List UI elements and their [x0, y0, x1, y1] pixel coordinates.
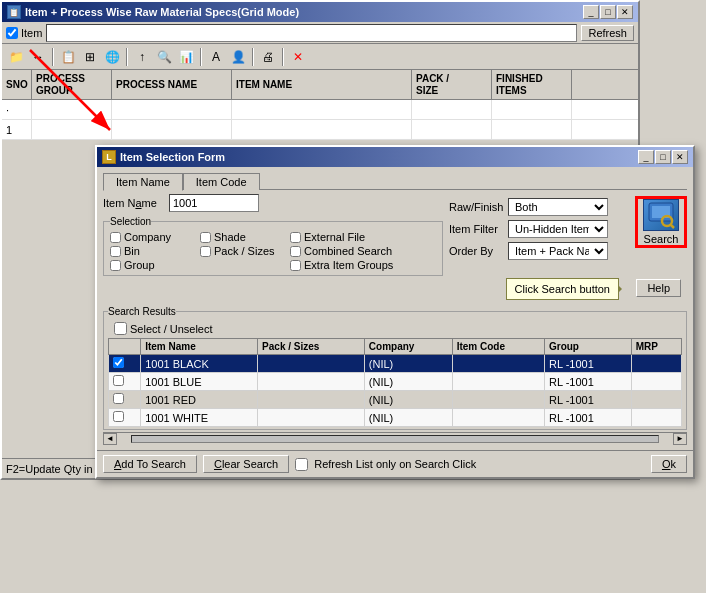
row-4-group: RL -1001 [544, 409, 631, 427]
pack-sizes-checkbox[interactable] [200, 246, 211, 257]
cell-sno-1: 1 [2, 120, 32, 139]
toolbar-sep-1 [52, 48, 54, 66]
col-header-company: Company [364, 339, 452, 355]
table-row[interactable]: 1001 RED (NIL) RL -1001 [109, 391, 682, 409]
maximize-button[interactable]: □ [600, 5, 616, 19]
row-2-mrp [631, 373, 681, 391]
refresh-list-checkbox[interactable] [295, 458, 308, 471]
toolbar-sep-5 [282, 48, 284, 66]
toolbar-new-btn[interactable]: 📁 [6, 47, 26, 67]
main-toolbar: 📁 ↔ 📋 ⊞ 🌐 ↑ 🔍 📊 A 👤 🖨 ✕ [2, 44, 638, 70]
item-checkbox[interactable] [6, 27, 18, 39]
scroll-right-btn[interactable]: ► [673, 433, 687, 445]
dialog-title-icon [102, 150, 116, 164]
item-checkbox-label: Item [21, 27, 42, 39]
dialog-minimize-btn[interactable]: _ [638, 150, 654, 164]
ok-button[interactable]: Ok [651, 455, 687, 473]
row-4-code [452, 409, 544, 427]
table-row: 1 [2, 120, 638, 140]
selection-col-1: Company Bin Group [110, 231, 190, 271]
scroll-left-btn[interactable]: ◄ [103, 433, 117, 445]
scroll-track[interactable] [131, 435, 659, 443]
toolbar-chart-btn[interactable]: 📊 [176, 47, 196, 67]
refresh-list-label: Refresh List only on Search Click [314, 458, 476, 470]
row-2-pack [258, 373, 365, 391]
bin-checkbox[interactable] [110, 246, 121, 257]
add-to-search-button[interactable]: Add To Search [103, 455, 197, 473]
extra-item-groups-checkbox[interactable] [290, 260, 301, 271]
row-2-group: RL -1001 [544, 373, 631, 391]
toolbar-up-btn[interactable]: ↑ [132, 47, 152, 67]
selection-col-3: External File Combined Search Extra Item… [290, 231, 393, 271]
toolbar-delete-btn[interactable]: ✕ [288, 47, 308, 67]
table-row[interactable]: 1001 BLUE (NIL) RL -1001 [109, 373, 682, 391]
toolbar-grid-btn[interactable]: ⊞ [80, 47, 100, 67]
item-selection-dialog: Item Selection Form _ □ ✕ Item Name Item… [95, 145, 695, 479]
main-window-title: Item + Process Wise Raw Material Specs(G… [25, 6, 299, 18]
row-4-mrp [631, 409, 681, 427]
search-button[interactable]: Search [635, 196, 687, 248]
toolbar-copy-btn[interactable]: 📋 [58, 47, 78, 67]
minimize-button[interactable]: _ [583, 5, 599, 19]
shade-checkbox[interactable] [200, 232, 211, 243]
row-3-code [452, 391, 544, 409]
table-row[interactable]: 1001 WHITE (NIL) RL -1001 [109, 409, 682, 427]
external-file-checkbox[interactable] [290, 232, 301, 243]
main-search-input[interactable] [46, 24, 577, 42]
col-process-name: PROCESS NAME [112, 70, 232, 99]
combined-search-checkbox[interactable] [290, 246, 301, 257]
cell-fi-1 [492, 120, 572, 139]
search-button-icon [643, 199, 679, 231]
raw-finish-row: Raw/Finish Both Raw Finish [449, 198, 629, 216]
tab-item-code[interactable]: Item Code [183, 173, 260, 190]
row-check[interactable] [109, 409, 141, 427]
col-header-item-code: Item Code [452, 339, 544, 355]
row-3-checkbox[interactable] [113, 393, 124, 404]
col-pack-size: PACK /SIZE [412, 70, 492, 99]
toolbar-print-btn[interactable]: 🖨 [258, 47, 278, 67]
row-check[interactable] [109, 373, 141, 391]
tab-item-name[interactable]: Item Name [103, 173, 183, 191]
help-button[interactable]: Help [636, 279, 681, 297]
row-check[interactable] [109, 355, 141, 373]
horizontal-scrollbar[interactable]: ◄ ► [103, 432, 687, 444]
row-1-checkbox[interactable] [113, 357, 124, 368]
row-2-checkbox[interactable] [113, 375, 124, 386]
select-unselect-checkbox[interactable] [114, 322, 127, 335]
item-filter-select[interactable]: Un-Hidden Items All Items Hidden Items [508, 220, 608, 238]
toolbar-search-btn[interactable]: 🔍 [154, 47, 174, 67]
item-name-input[interactable]: 1001 [169, 194, 259, 212]
group-checkbox[interactable] [110, 260, 121, 271]
row-check[interactable] [109, 391, 141, 409]
dialog-maximize-btn[interactable]: □ [655, 150, 671, 164]
company-checkbox[interactable] [110, 232, 121, 243]
selection-col-2: Shade Pack / Sizes [200, 231, 280, 271]
col-item-name: ITEM NAME [232, 70, 412, 99]
dialog-title-text: Item Selection Form [120, 151, 225, 163]
col-sno: SNO [2, 70, 32, 99]
cell-pn [112, 100, 232, 119]
cell-pg-1 [32, 120, 112, 139]
toolbar-person-btn[interactable]: 👤 [228, 47, 248, 67]
dialog-bottom-bar: Add To Search Clear Search Refresh List … [97, 450, 693, 477]
refresh-button[interactable]: Refresh [581, 25, 634, 41]
dialog-close-btn[interactable]: ✕ [672, 150, 688, 164]
col-header-pack-sizes: Pack / Sizes [258, 339, 365, 355]
toolbar-globe-btn[interactable]: 🌐 [102, 47, 122, 67]
raw-finish-select[interactable]: Both Raw Finish [508, 198, 608, 216]
row-2-code [452, 373, 544, 391]
order-by-select[interactable]: Item + Pack Nam Item Name Pack Name [508, 242, 608, 260]
row-3-group: RL -1001 [544, 391, 631, 409]
select-unselect-row: Select / Unselect [114, 322, 676, 335]
row-1-company: (NIL) [364, 355, 452, 373]
results-legend: Search Results [108, 306, 176, 317]
row-4-checkbox[interactable] [113, 411, 124, 422]
toolbar-arrows-btn[interactable]: ↔ [28, 47, 48, 67]
row-1-mrp [631, 355, 681, 373]
close-button[interactable]: ✕ [617, 5, 633, 19]
dialog-body: Item Name Item Code Item Name 1001 Selec… [97, 167, 693, 450]
toolbar-a-btn[interactable]: A [206, 47, 226, 67]
item-name-row: Item Name 1001 [103, 194, 443, 212]
clear-search-button[interactable]: Clear Search [203, 455, 289, 473]
table-row[interactable]: 1001 BLACK (NIL) RL -1001 [109, 355, 682, 373]
